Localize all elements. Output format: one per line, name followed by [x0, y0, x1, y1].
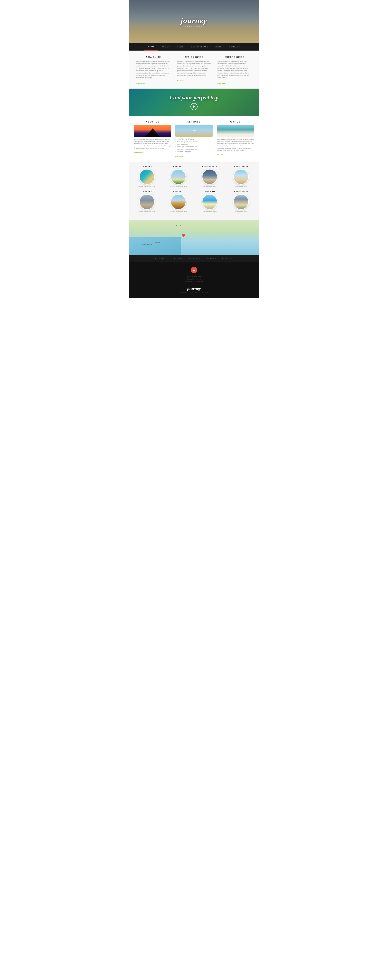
map-pin-head [182, 233, 186, 237]
dest-7-circle[interactable] [202, 194, 218, 210]
dest-5-caption: Aenean sollicitulamte ipsum [131, 211, 163, 212]
whyus-image [217, 125, 254, 137]
guide-africa: AFRICA GUIDE Tri pusuere subtidaposebe s… [174, 56, 215, 84]
dest-item-4: ULTRIC ARETR Tinvs posuere cubilia [225, 165, 257, 187]
footer-copy: JOURNEY © 2014 | PRIVACY POLICY [133, 292, 255, 293]
whyus-body: Nulla facilis Aenean sollicitulamte ipsu… [217, 138, 254, 151]
services-list: Tellent adru velit la pharetra Nam alt m… [175, 138, 213, 153]
whyus-col: WHY US Nulla facilis Aenean sollicitulam… [215, 121, 256, 158]
nav-about[interactable]: ABOUT [158, 43, 173, 51]
services-item-3: Nom interdum ula [175, 143, 213, 146]
footer-logo: journey [133, 286, 255, 291]
map-road-v1 [175, 227, 175, 248]
social-facebook[interactable]: FACEBOOK [153, 258, 170, 259]
guide-africa-body: Tri pusuere subtidaposebe sollicit sols … [177, 60, 211, 76]
dest-item-7: TRUM ANTE Elibuntamte ipsum pris [194, 191, 225, 212]
dest-item-8: ULTRIC ARETR Tinvs posuere cubilia [225, 191, 257, 212]
dest-1-title: LOREM IPSU [131, 165, 163, 167]
services-item-5: Fermentum nt velit amutpuntum [175, 148, 213, 151]
nav-home[interactable]: HOME [145, 43, 158, 51]
about-title: ABOUT US [134, 121, 171, 123]
dest-7-title: TRUM ANTE [194, 191, 225, 192]
guide-asia-title: ASIA GUIDE [137, 56, 170, 58]
guide-europe: EUROPE GUIDE Nulla facilis Aenean sollic… [215, 56, 255, 84]
dest-7-caption: Elibuntamte ipsum pris [194, 211, 225, 212]
guide-asia-body: Aenean sollicitulamte ipsum prim faucibu… [137, 60, 170, 79]
social-dribbble[interactable]: DRIBBBLE [203, 258, 219, 259]
dest-item-2: RAESENTI Faucibus orci luctus et finres [163, 165, 194, 187]
footer-addr-line1: 4812 N. Pimento Drive [133, 275, 255, 278]
social-bar: FACEBOOK TWITTER INSTAGRAM DRIBBBLE GOOG… [129, 255, 259, 262]
nav-blog[interactable]: BLOG [212, 43, 226, 51]
destinations-section: LOREM IPSU Aenean sollicitulamte ipsum R… [129, 162, 259, 220]
map-label-sf: San Francisco [142, 243, 152, 245]
map-road-v2 [194, 229, 194, 246]
dest-5-title: LOREM IPSU [131, 191, 163, 192]
social-twitter[interactable]: TWITTER [170, 258, 185, 259]
footer-addr-line3: Foundation : +1 303 335-0480 [133, 280, 255, 283]
dest-2-circle[interactable] [170, 169, 186, 185]
whyus-readmore[interactable]: Read More > [217, 154, 226, 156]
about-readmore[interactable]: Read More > [134, 152, 143, 153]
map-label-oakland: Oakland [155, 242, 160, 243]
dest-3-circle[interactable] [202, 169, 218, 185]
footer-icon: ▲ [191, 267, 197, 273]
about-body: Aenean sollicitulamte ipsum prim faucibu… [134, 138, 171, 149]
guide-europe-body: Nulla facilis Aenean sollicitulamte ipsu… [218, 60, 251, 79]
guides-section: ASIA GUIDE Aenean sollicitulamte ipsum p… [129, 51, 259, 89]
dest-8-caption: Tinvs posuere cubilia [225, 211, 257, 212]
footer-address: 4812 N. Pimento Drive Georgran, DC 48 19… [133, 275, 255, 283]
banner-content: Find your perfect trip [170, 94, 218, 110]
social-instagram[interactable]: INSTAGRAM [185, 258, 203, 259]
dest-3-caption: Elibuntamte ipsum pris [194, 186, 225, 187]
dest-3-title: RUTRUM ANTE [194, 165, 225, 167]
dest-8-circle[interactable] [233, 194, 249, 210]
footer-addr-line2: Georgran, DC 48 19 48 [133, 278, 255, 280]
map-section: San Francisco Oakland Concord [129, 220, 259, 255]
services-item-4: Donec eget Sui mini amet lacinia [175, 146, 213, 148]
dest-1-circle[interactable] [139, 169, 155, 185]
dest-4-circle[interactable] [233, 169, 249, 185]
guide-africa-title: AFRICA GUIDE [177, 56, 211, 58]
banner-section: Find your perfect trip [129, 89, 259, 116]
dest-2-title: RAESENTI [163, 165, 194, 167]
guide-africa-readmore[interactable]: Read More > [177, 80, 186, 82]
guide-asia: ASIA GUIDE Aenean sollicitulamte ipsum p… [133, 56, 174, 84]
map-water [129, 237, 181, 255]
dest-8-title: ULTRIC ARETR [225, 191, 257, 192]
dest-6-title: RAESENTI [163, 191, 194, 192]
nav-contact[interactable]: CONTACT [226, 43, 244, 51]
guide-europe-title: EUROPE GUIDE [218, 56, 251, 58]
services-image: ✈ [175, 125, 213, 137]
services-readmore[interactable]: Read More > [175, 156, 184, 158]
services-col: SERVICES ✈ Tellent adru velit la pharetr… [173, 121, 215, 158]
guide-asia-readmore[interactable]: Read More > [137, 82, 145, 84]
banner-title: Find your perfect trip [170, 94, 218, 101]
site-title: journey [181, 16, 207, 25]
hero-section: journey TRAVEL GUIDE [129, 0, 259, 43]
map-label-concord: Concord [176, 225, 181, 226]
about-section: ABOUT US Aenean sollicitulamte ipsum pri… [129, 116, 259, 162]
about-image [134, 125, 171, 137]
dest-item-5: LOREM IPSU Aenean sollicitulamte ipsum [131, 191, 163, 212]
dest-1-caption: Aenean sollicitulamte ipsum [131, 186, 163, 187]
dest-item-1: LOREM IPSU Aenean sollicitulamte ipsum [131, 165, 163, 187]
guide-europe-readmore[interactable]: Read More > [218, 82, 226, 84]
dest-item-6: RAESENTI Faucibus orci luctus et finres [163, 191, 194, 212]
dest-6-circle[interactable] [170, 194, 186, 210]
dest-4-caption: Tinvs posuere cubilia [225, 186, 257, 187]
whyus-title: WHY US [217, 121, 254, 123]
nav-destinations[interactable]: DESTINATIONS [187, 43, 212, 51]
dest-2-caption: Faucibus orci luctus et finres [163, 186, 194, 187]
dest-4-title: ULTRIC ARETR [225, 165, 257, 167]
social-googleplus[interactable]: GOOGLE+ [219, 258, 235, 259]
about-col: ABOUT US Aenean sollicitulamte ipsum pri… [132, 121, 173, 158]
hero-title-group: journey TRAVEL GUIDE [181, 16, 207, 27]
play-button[interactable] [191, 103, 197, 110]
services-item-2: Nam alt magna. Donim porta diam [175, 141, 213, 143]
footer-section: ▲ 4812 N. Pimento Drive Georgran, DC 48 … [129, 262, 259, 298]
dest-5-circle[interactable] [139, 194, 155, 210]
nav-news[interactable]: NEWS [173, 43, 187, 51]
destinations-row-2: LOREM IPSU Aenean sollicitulamte ipsum R… [131, 191, 257, 212]
site-subtitle: TRAVEL GUIDE [181, 25, 207, 27]
